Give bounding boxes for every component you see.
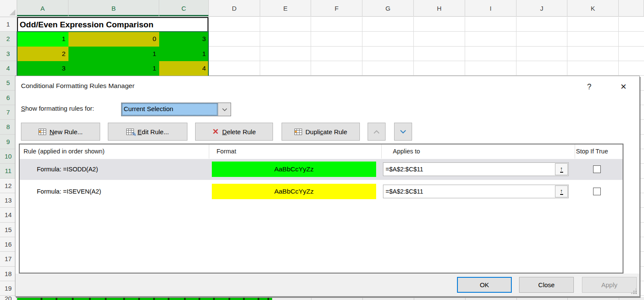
row-header-3[interactable]: 3: [0, 47, 17, 61]
dropdown-selected-value: Current Selection: [122, 103, 218, 116]
edit-rule-pencil-icon: ✎: [126, 129, 134, 135]
gridline: [414, 297, 414, 300]
gridline: [311, 297, 312, 300]
clipped-text-fragment: [72, 297, 74, 300]
gridline: [516, 297, 517, 300]
cell-c3[interactable]: 1: [159, 47, 209, 61]
move-rule-up-button[interactable]: [368, 123, 386, 141]
row-header-4[interactable]: 4: [0, 61, 17, 76]
row-header-12[interactable]: 12: [0, 179, 17, 193]
clipped-text-fragment: [199, 297, 200, 300]
column-header-c[interactable]: C: [159, 0, 209, 17]
row-header-2[interactable]: 2: [0, 32, 17, 46]
column-header-a[interactable]: A: [17, 0, 68, 17]
cell-a4[interactable]: 3: [17, 61, 68, 76]
stop-if-true-checkbox[interactable]: [593, 165, 601, 173]
cell-b2[interactable]: 0: [68, 32, 159, 46]
row-header-9[interactable]: 9: [0, 135, 17, 149]
row-header-15[interactable]: 15: [0, 223, 17, 237]
cell-c2[interactable]: 3: [159, 32, 209, 46]
clipped-text-fragment: [213, 297, 215, 300]
apply-button[interactable]: Apply: [582, 277, 637, 293]
row-header-13[interactable]: 13: [0, 193, 17, 208]
cell-c4[interactable]: 4: [159, 61, 209, 76]
select-all-corner[interactable]: [0, 0, 17, 17]
row-header-1[interactable]: 1: [0, 17, 17, 32]
column-header-k[interactable]: K: [567, 0, 619, 17]
row-header-5[interactable]: 5: [0, 76, 17, 90]
show-rules-accesskey: S: [21, 105, 25, 112]
row-header-11[interactable]: 11: [0, 164, 17, 178]
clipped-text-fragment: [258, 297, 259, 300]
column-header-h[interactable]: H: [414, 0, 465, 17]
row20-partial-empty[interactable]: [272, 297, 644, 300]
stop-if-true-checkbox[interactable]: [593, 188, 601, 195]
rule-format-preview: AaBbCcYyZz: [212, 184, 376, 199]
delete-rule-label: Delete Rule: [222, 128, 255, 135]
gridline: [567, 297, 568, 300]
duplicate-rule-button[interactable]: Duplicate Rule: [282, 123, 360, 141]
row-header-19[interactable]: 19: [0, 281, 17, 296]
range-picker-button[interactable]: ↑: [555, 185, 568, 197]
column-header-g[interactable]: G: [362, 0, 414, 17]
row-header-8[interactable]: 8: [0, 120, 17, 134]
row-header-10[interactable]: 10: [0, 149, 17, 164]
rule-formula-text: Formula: =ISODD(A2): [37, 159, 98, 180]
column-header-j[interactable]: J: [516, 0, 567, 17]
column-header-b[interactable]: B: [68, 0, 159, 17]
row-header-18[interactable]: 18: [0, 267, 17, 281]
rule-row-iseven[interactable]: Formula: =ISEVEN(A2) AaBbCcYyZz ↑: [20, 181, 623, 202]
chevron-down-icon[interactable]: [218, 103, 231, 116]
range-picker-button[interactable]: ↑: [555, 163, 568, 175]
select-all-triangle: [9, 9, 15, 15]
delete-x-icon: ✕: [212, 128, 219, 135]
ok-button[interactable]: OK: [457, 277, 512, 293]
column-header-i[interactable]: I: [465, 0, 516, 17]
row-header-17[interactable]: 17: [0, 252, 17, 266]
column-header-stop-if-true: Stop If True: [576, 144, 608, 159]
chevron-up-icon: [373, 130, 380, 134]
row-header-16[interactable]: 16: [0, 237, 17, 252]
column-header-e[interactable]: E: [260, 0, 311, 17]
row-header-20[interactable]: 20: [0, 296, 17, 300]
cell-a3[interactable]: 2: [17, 47, 68, 61]
column-header-d[interactable]: D: [209, 0, 260, 17]
cell-b4[interactable]: 1: [68, 61, 159, 76]
clipped-text-fragment: [41, 297, 42, 300]
close-icon[interactable]: ✕: [617, 80, 630, 93]
resize-grip[interactable]: [630, 288, 637, 294]
column-header-applies-to: Applies to: [393, 144, 420, 159]
row-header-7[interactable]: 7: [0, 105, 17, 120]
dialog-footer: OK Close Apply: [15, 274, 639, 296]
help-icon[interactable]: ?: [583, 80, 596, 93]
cell-a2[interactable]: 1: [17, 32, 68, 46]
gridline: [362, 297, 363, 300]
rule-formula-text: Formula: =ISEVEN(A2): [37, 181, 101, 202]
column-header-f[interactable]: F: [311, 0, 362, 17]
row20-partial-cells[interactable]: [17, 297, 272, 300]
move-rule-down-button[interactable]: [394, 123, 412, 141]
gridline: [465, 297, 466, 300]
row-header-6[interactable]: 6: [0, 91, 17, 105]
rule-row-isodd[interactable]: Formula: =ISODD(A2) AaBbCcYyZz ↑: [20, 159, 623, 180]
header-separator: [381, 144, 382, 159]
cell-b3[interactable]: 1: [68, 47, 159, 61]
applies-to-input[interactable]: [383, 185, 555, 198]
clipped-text-fragment: [56, 297, 57, 300]
column-header-format: Format: [217, 144, 236, 159]
cell-a1-title[interactable]: Odd/Even Expression Comparison: [17, 17, 208, 32]
close-button[interactable]: Close: [519, 277, 574, 293]
column-header-partial[interactable]: [619, 0, 644, 17]
cf-rules-manager-dialog: Conditional Formatting Rules Manager ? ✕…: [15, 76, 640, 297]
edit-rule-button[interactable]: ✎ Edit Rule...: [108, 123, 187, 141]
new-rule-button[interactable]: New Rule...: [21, 123, 100, 141]
header-separator: [575, 144, 575, 159]
applies-to-input[interactable]: [383, 163, 555, 176]
show-rules-dropdown[interactable]: Current Selection: [121, 103, 231, 116]
new-rule-label: New Rule...: [50, 128, 83, 135]
show-rules-label-rest: how formatting rules for:: [25, 105, 94, 112]
row-header-14[interactable]: 14: [0, 208, 17, 222]
gridline: [619, 297, 619, 300]
delete-rule-button[interactable]: ✕ Delete Rule: [195, 123, 273, 141]
dialog-title: Conditional Formatting Rules Manager: [21, 82, 134, 90]
